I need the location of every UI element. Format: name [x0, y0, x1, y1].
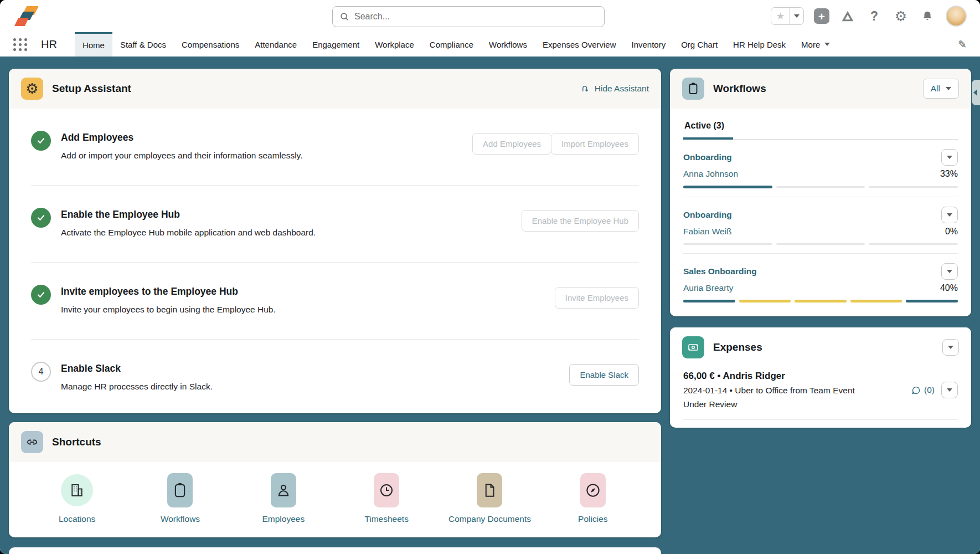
- step-description: Add or import your employees and their i…: [61, 151, 461, 161]
- nav-item-compliance[interactable]: Compliance: [422, 32, 481, 57]
- step-title: Invite employees to the Employee Hub: [61, 286, 544, 297]
- expense-detail: 2024-01-14 • Uber to Office from Team Ev…: [683, 386, 904, 396]
- settings-button[interactable]: ⚙: [893, 8, 909, 24]
- workflows-filter-dropdown[interactable]: All: [923, 79, 959, 99]
- progress-segment: [683, 186, 772, 188]
- app-grid-icon[interactable]: [13, 38, 28, 51]
- step-description: Invite your employees to begin using the…: [61, 305, 544, 315]
- add-employees-button[interactable]: Add Employees: [472, 133, 551, 155]
- chevron-down-icon: [794, 14, 800, 18]
- nav-item-workflows[interactable]: Workflows: [481, 32, 535, 57]
- nav-item-compensations[interactable]: Compensations: [174, 32, 247, 57]
- shortcut-employees[interactable]: Employees: [232, 473, 335, 524]
- enable-slack-button[interactable]: Enable Slack: [569, 364, 639, 386]
- link-icon: [21, 431, 43, 453]
- banknote-icon: [682, 336, 704, 358]
- progress-segment: [869, 243, 958, 245]
- expenses-widget-dropdown[interactable]: [942, 339, 959, 356]
- progress-segment: [683, 243, 772, 245]
- workflow-progress-bar: [683, 300, 958, 302]
- search-input[interactable]: [354, 12, 597, 22]
- enable-employee-hub-button[interactable]: Enable the Employee Hub: [522, 210, 639, 232]
- workflow-name: Onboarding: [683, 152, 732, 162]
- chevron-down-icon: [947, 270, 952, 273]
- expense-amount: 66,00 € • Andris Ridger: [683, 371, 904, 382]
- workflow-name: Onboarding: [683, 210, 732, 220]
- workflow-person-link[interactable]: Fabian Weiß: [683, 227, 732, 237]
- nav-item-engagement[interactable]: Engagement: [305, 32, 367, 57]
- chevron-down-icon: [948, 346, 953, 349]
- nav-item-staff-docs[interactable]: Staff & Docs: [112, 32, 174, 57]
- workflows-widget-title: Workflows: [713, 83, 766, 95]
- workflow-actions-dropdown[interactable]: [941, 263, 958, 280]
- setup-assistant-header: ⚙ Setup Assistant Hide Assistant: [9, 69, 661, 109]
- step-title: Add Employees: [61, 132, 461, 143]
- step-title: Enable the Employee Hub: [61, 209, 510, 220]
- progress-segment: [683, 300, 735, 302]
- favorites-control[interactable]: ★: [771, 7, 804, 25]
- shortcut-company-documents[interactable]: Company Documents: [438, 473, 541, 524]
- expense-status: Under Review: [683, 399, 904, 409]
- nav-item-org-chart[interactable]: Org Chart: [673, 32, 725, 57]
- marketplace-icon[interactable]: [839, 8, 856, 24]
- workflow-entry: Onboarding Anna Johnson 33%: [683, 140, 958, 197]
- app-window: ★ + ? ⚙ HR Home Staff & Docs Compensatio…: [0, 0, 980, 554]
- check-circle-icon: [31, 208, 51, 228]
- add-button[interactable]: +: [814, 8, 829, 24]
- step-title: Enable Slack: [61, 363, 558, 375]
- shortcut-workflows[interactable]: Workflows: [128, 473, 231, 524]
- hide-assistant-button[interactable]: Hide Assistant: [581, 84, 649, 94]
- workflow-actions-dropdown[interactable]: [941, 149, 958, 166]
- shortcut-locations[interactable]: Locations: [25, 473, 128, 524]
- expense-actions-dropdown[interactable]: [941, 382, 958, 398]
- expense-comments-link[interactable]: (0): [911, 385, 935, 396]
- chevron-down-icon: [947, 388, 952, 392]
- setup-step-add-employees: Add Employees Add or import your employe…: [31, 109, 639, 185]
- check-circle-icon: [31, 131, 51, 151]
- workflow-person-link[interactable]: Anna Johnson: [683, 169, 738, 179]
- search-icon: [339, 12, 349, 22]
- check-circle-icon: [31, 285, 51, 305]
- favorites-dropdown[interactable]: [790, 8, 803, 24]
- import-employees-button[interactable]: Import Employees: [551, 133, 639, 155]
- workflows-widget-header: Workflows All: [670, 69, 971, 109]
- nav-item-workplace[interactable]: Workplace: [367, 32, 422, 57]
- edit-nav-icon[interactable]: ✎: [958, 38, 967, 51]
- setup-gear-icon: ⚙: [21, 78, 43, 100]
- workflow-actions-dropdown[interactable]: [941, 207, 958, 223]
- shortcut-label: Company Documents: [448, 514, 531, 524]
- company-logo-icon[interactable]: [13, 5, 42, 27]
- setup-step-enable-slack: 4 Enable Slack Manage HR processes direc…: [31, 339, 639, 413]
- nav-item-attendance[interactable]: Attendance: [247, 32, 305, 57]
- help-button[interactable]: ?: [866, 8, 883, 24]
- nav-item-hr-help-desk[interactable]: HR Help Desk: [725, 32, 793, 57]
- chevron-down-icon: [824, 43, 830, 46]
- user-avatar[interactable]: [946, 6, 967, 27]
- nav-more-menu[interactable]: More: [793, 32, 838, 57]
- shortcut-label: Policies: [578, 514, 607, 524]
- shortcut-timesheets[interactable]: Timesheets: [335, 473, 438, 524]
- nav-item-home[interactable]: Home: [75, 32, 112, 57]
- chevron-down-icon: [947, 156, 952, 159]
- workflows-widget: Workflows All Active (3) Onboarding: [670, 69, 971, 316]
- expenses-widget-title: Expenses: [713, 341, 762, 353]
- star-icon[interactable]: ★: [771, 8, 790, 24]
- workflow-name: Sales Onboarding: [683, 266, 757, 276]
- workflow-entry: Onboarding Fabian Weiß 0%: [683, 197, 958, 253]
- shortcut-policies[interactable]: Policies: [541, 473, 644, 524]
- invite-employees-button[interactable]: Invite Employees: [555, 287, 639, 309]
- nav-item-inventory[interactable]: Inventory: [624, 32, 674, 57]
- tab-active[interactable]: Active (3): [683, 121, 733, 140]
- comment-bubble-icon: [911, 385, 921, 396]
- chevron-left-icon: [973, 89, 977, 96]
- workflow-person-link[interactable]: Auria Brearty: [683, 283, 733, 293]
- global-search[interactable]: [332, 6, 605, 27]
- carousel-prev-button[interactable]: [972, 80, 980, 105]
- shortcuts-card: Shortcuts Locations Workflows: [9, 422, 661, 537]
- expense-entry: 66,00 € • Andris Ridger 2024-01-14 • Ube…: [670, 367, 971, 419]
- expense-comments-count: (0): [924, 385, 935, 395]
- notifications-button[interactable]: [919, 8, 936, 24]
- progress-segment: [776, 186, 865, 188]
- nav-item-expenses-overview[interactable]: Expenses Overview: [535, 32, 624, 57]
- workflow-entry: Sales Onboarding Auria Brearty 40%: [683, 253, 958, 311]
